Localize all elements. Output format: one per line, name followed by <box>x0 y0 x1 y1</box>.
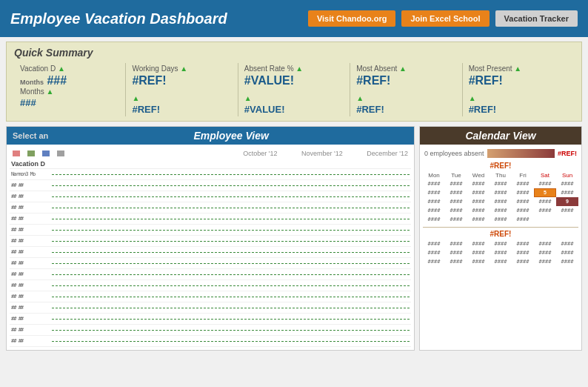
table-row: ## ## <box>10 214 411 225</box>
qs-vacation-label: Vacation D ▲ <box>20 64 119 73</box>
legend-item-3 <box>42 150 50 156</box>
visit-chandoo-button[interactable]: Visit Chandoo.org <box>308 10 396 27</box>
qs-ma-sub-value: #REF! <box>356 104 455 115</box>
vacation-tracker-button[interactable]: Vacation Tracker <box>495 10 578 27</box>
cv-week-4: #### #### #### #### #### #### #### <box>423 206 578 215</box>
cv-cell: #### <box>490 179 512 188</box>
cv-cell: #### <box>556 206 578 215</box>
cv-cell: #### <box>467 197 490 206</box>
ev-name-cell: ## ## <box>11 282 52 288</box>
cv-cell: #### <box>534 197 556 206</box>
table-row: ## ## <box>10 202 411 214</box>
table-row: ## ## <box>10 291 411 302</box>
ev-bars <box>52 181 410 190</box>
legend-box-1 <box>13 150 20 156</box>
cv-cell: #### <box>467 248 490 257</box>
table-row: ## ## <box>10 314 411 325</box>
table-row: ## ## <box>10 191 411 202</box>
join-excel-button[interactable]: Join Excel School <box>401 10 489 27</box>
qs-col-mostabsent: Most Absent ▲ #REF! ▲ #REF! <box>350 63 462 116</box>
cv-cell: #### <box>534 257 556 266</box>
qs-wd-sub-value: #REF! <box>132 104 231 115</box>
qs-col-mostpresent: Most Present ▲ #REF! ▲ #REF! <box>463 63 574 116</box>
ev-name-cell: ## ## <box>11 316 52 322</box>
cv-cell: #### <box>467 188 490 197</box>
cv-cell: #### <box>556 179 578 188</box>
ev-title: Employee View <box>54 130 408 142</box>
table-row: ## ## <box>10 302 411 314</box>
ev-bars <box>52 214 410 223</box>
cv-week-m2-3: #### #### #### #### #### #### #### <box>423 257 578 266</box>
cv-cell: #### <box>467 257 490 266</box>
cv-cell: #### <box>490 197 512 206</box>
table-row: ## ## <box>10 236 411 247</box>
ev-name-cell: ## ## <box>11 294 52 300</box>
ev-name-cell: ## ## <box>11 238 52 244</box>
qs-mp-value: #REF! <box>469 74 568 87</box>
qs-wd-value: #REF! <box>132 74 231 87</box>
cv-week-m2-1: #### #### #### #### #### #### #### <box>423 239 578 248</box>
qs-ma-value: #REF! <box>356 74 455 87</box>
ev-body: October '12 November '12 December '12 Va… <box>7 145 414 350</box>
cv-cell: #### <box>490 257 512 266</box>
ev-legend: October '12 November '12 December '12 <box>10 148 411 159</box>
ev-bars <box>52 292 410 301</box>
page-title: Employee Vacation Dashboard <box>10 10 227 27</box>
cv-cell: #### <box>512 215 534 224</box>
cv-cell: #### <box>490 188 512 197</box>
legend-item-4 <box>57 150 64 156</box>
header: Employee Vacation Dashboard Visit Chando… <box>0 0 588 37</box>
cv-cell: #### <box>467 179 490 188</box>
cv-cell: #### <box>423 248 445 257</box>
cv-cell: #### <box>534 248 556 257</box>
cv-cell: #### <box>445 215 467 224</box>
ev-col-name-header: Vacation D <box>11 160 52 168</box>
qs-ar-value: #VALUE! <box>244 74 344 87</box>
table-row: ## ## <box>10 336 411 347</box>
cv-cell: #### <box>490 215 512 224</box>
ev-bars <box>52 337 410 345</box>
cv-cell: #### <box>512 188 534 197</box>
cv-day-mon: Mon <box>423 171 445 179</box>
cv-cell: #### <box>423 215 445 224</box>
legend-box-2 <box>27 150 35 156</box>
cv-cell: #### <box>534 239 556 248</box>
cv-cell: #### <box>490 206 512 215</box>
ev-bars <box>52 303 410 312</box>
cv-cell: #### <box>534 206 556 215</box>
table-row: ## ## <box>10 258 411 269</box>
cv-cell-empty: - <box>556 215 578 224</box>
qs-vacation-sub-label: Months ▲ <box>20 87 119 96</box>
cv-cell: #### <box>467 206 490 215</box>
qs-ar-sub-value: #VALUE! <box>244 104 344 115</box>
cv-body: 0 employees absent #REF! #REF! Mon Tue W… <box>420 145 581 272</box>
ev-name-cell: ## ## <box>11 227 52 233</box>
ev-name-cell: ## ## <box>11 271 52 277</box>
cv-week-5: #### #### #### #### #### - - <box>423 215 578 224</box>
cv-cell-empty: - <box>534 215 556 224</box>
cv-cell: #### <box>445 197 467 206</box>
cv-month-title-1: #REF! <box>423 162 578 170</box>
cv-cell: #### <box>423 206 445 215</box>
dashed-bar <box>52 173 410 175</box>
cv-cell: #### <box>556 257 578 266</box>
ev-bars <box>52 259 410 268</box>
qs-mp-label: Most Present ▲ <box>469 64 568 73</box>
table-row: ## ## <box>10 269 411 280</box>
table-row: Narmon3 Mo <box>10 169 411 180</box>
cv-week-1: #### #### #### #### #### #### #### <box>423 179 578 188</box>
cv-cell: #### <box>534 179 556 188</box>
cv-range-bar <box>487 149 555 158</box>
ev-bars <box>52 203 410 212</box>
qs-col-absentrate: Absent Rate % ▲ #VALUE! ▲ #VALUE! <box>238 63 350 116</box>
cv-cell: #### <box>467 215 490 224</box>
quick-summary-title: Quick Summary <box>14 47 574 59</box>
ev-name-cell: ## ## <box>11 338 52 344</box>
ev-months-label: October '12 November '12 December '12 <box>72 150 408 157</box>
cv-month-title-2: #REF! <box>423 230 578 238</box>
ev-bars <box>52 170 410 179</box>
ev-row-header: Vacation D <box>10 159 411 169</box>
cv-week-2: #### #### #### #### #### 5 #### <box>423 188 578 197</box>
table-row: ## ## <box>10 325 411 336</box>
ev-bars <box>52 281 410 290</box>
